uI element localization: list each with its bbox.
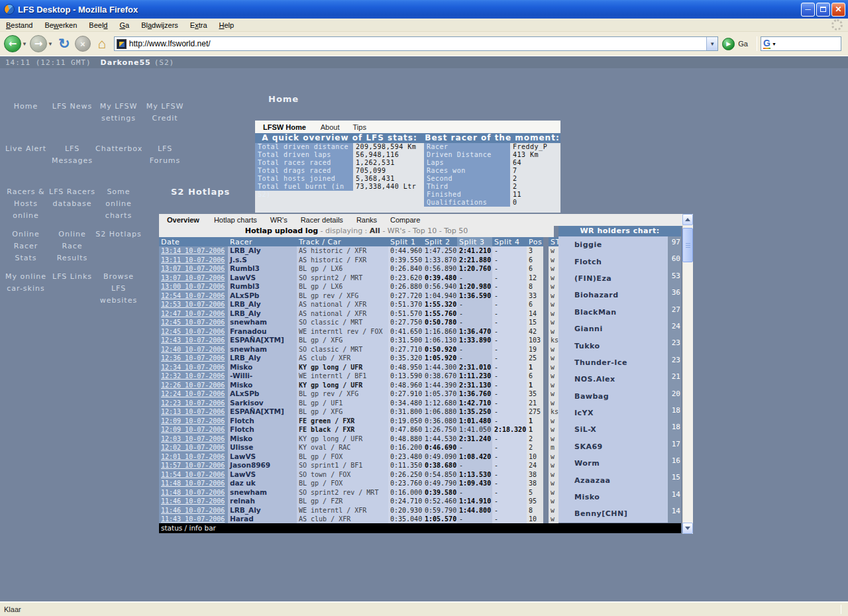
hotlap-date-link[interactable]: 11:54 10-07-2006 — [161, 471, 225, 478]
go-button[interactable]: ▶ — [722, 38, 735, 50]
hotlap-date-link[interactable]: 12:36 10-07-2006 — [161, 354, 225, 362]
hotlap-date-link[interactable]: 12:02 10-07-2006 — [161, 444, 225, 451]
hotlap-date-link[interactable]: 12:09 10-07-2006 — [161, 426, 225, 433]
sidebar-item-online-racer-stats[interactable]: Online Racer Stats — [3, 229, 49, 264]
column-header-split-3[interactable]: Split 3 — [457, 237, 492, 246]
sidebar-item-my-online-car-skins[interactable]: My online car-skins — [3, 271, 49, 307]
title-bar[interactable]: LFS Desktop - Mozilla Firefox ─ ✕ — [0, 0, 848, 19]
wr-holder-name[interactable]: NOS.Alex — [558, 375, 668, 384]
column-header-track-car[interactable]: Track / Car — [297, 237, 388, 246]
column-header-split-1[interactable]: Split 1 — [388, 237, 423, 246]
back-dropdown-caret-icon[interactable]: ▼ — [22, 41, 27, 47]
column-header-racer[interactable]: Racer — [228, 237, 297, 246]
wr-holder-name[interactable]: Worm — [558, 459, 668, 468]
hotlap-date-link[interactable]: 12:13 10-07-2006 — [161, 408, 225, 415]
wr-holder-name[interactable]: biggie — [558, 240, 668, 249]
column-header-pos[interactable]: Pos — [527, 237, 543, 246]
stop-button[interactable]: × — [75, 36, 91, 52]
wr-holder-name[interactable]: Misko — [558, 493, 668, 501]
hotlap-date-link[interactable]: 12:53 10-07-2006 — [161, 301, 225, 308]
menu-bewerken[interactable]: Bewerken — [38, 20, 83, 30]
menu-ga[interactable]: Ga — [113, 20, 135, 30]
sidebar-item-chatterbox[interactable]: Chatterbox — [95, 143, 142, 167]
hotlap-date-link[interactable]: 11:43 10-07-2006 — [161, 515, 225, 523]
search-input[interactable] — [776, 39, 841, 49]
url-bar[interactable]: ▼ — [114, 36, 718, 51]
scroll-down-button[interactable] — [682, 523, 693, 534]
wr-holder-name[interactable]: SiL-X — [558, 425, 668, 434]
sidebar-item-s2-hotlaps[interactable]: S2 Hotlaps — [95, 229, 142, 264]
sidebar-item-lfs-racers-database[interactable]: LFS Racers database — [49, 186, 95, 222]
menu-help[interactable]: Help — [213, 20, 240, 30]
hotlap-date-link[interactable]: 12:03 10-07-2006 — [161, 435, 225, 442]
hotlap-date-link[interactable]: 13:07 10-07-2006 — [161, 274, 225, 282]
hotlap-date-link[interactable]: 13:11 10-07-2006 — [161, 256, 225, 264]
tab-compare[interactable]: Compare — [384, 216, 427, 224]
filter-top-50[interactable]: Top 50 — [444, 227, 468, 235]
tab-about[interactable]: About — [314, 123, 346, 131]
filter-all[interactable]: All — [370, 227, 380, 235]
column-header-split-4[interactable]: Split 4 — [492, 237, 527, 246]
wr-holder-name[interactable]: BlackMan — [558, 308, 668, 317]
back-button[interactable]: ← — [4, 35, 21, 52]
search-engine-caret-icon[interactable]: ▼ — [772, 42, 776, 46]
hotlap-date-link[interactable]: 12:43 10-07-2006 — [161, 336, 225, 344]
tab-racer-details[interactable]: Racer details — [294, 216, 350, 224]
hotlap-date-link[interactable]: 12:09 10-07-2006 — [161, 417, 225, 425]
wr-holder-name[interactable]: Biohazard — [558, 291, 668, 299]
tab-lfsw-home[interactable]: LFSW Home — [255, 123, 314, 131]
tab-hotlap-charts[interactable]: Hotlap charts — [207, 216, 264, 224]
wr-holder-name[interactable]: Gianni — [558, 325, 668, 333]
tab-wr-s[interactable]: WR's — [264, 216, 294, 224]
hotlap-date-link[interactable]: 11:48 10-07-2006 — [161, 480, 225, 487]
restore-button[interactable] — [816, 3, 830, 17]
hotlap-date-link[interactable]: 12:40 10-07-2006 — [161, 346, 225, 353]
sidebar-item-lfs-links[interactable]: LFS Links — [49, 271, 95, 307]
wr-holder-name[interactable]: Flotch — [558, 258, 668, 266]
minimize-button[interactable]: ─ — [801, 3, 815, 17]
sidebar-item-home[interactable]: Home — [3, 101, 49, 125]
sidebar-item-online-race-results[interactable]: Online Race Results — [49, 229, 95, 264]
menu-beeld[interactable]: Beeld — [83, 20, 113, 30]
reload-button[interactable]: ↻ — [56, 36, 73, 52]
column-header-split-2[interactable]: Split 2 — [423, 237, 457, 246]
sidebar-item-lfs-messages[interactable]: LFS Messages — [49, 143, 95, 167]
hotlap-date-link[interactable]: 11:57 10-07-2006 — [161, 462, 225, 469]
wr-holder-name[interactable]: IcYX — [558, 409, 668, 417]
url-input[interactable] — [127, 39, 706, 48]
menu-bladwijzers[interactable]: Bladwijzers — [135, 20, 184, 30]
home-button[interactable]: ⌂ — [93, 36, 111, 52]
forward-dropdown-caret-icon[interactable]: ▼ — [48, 41, 53, 47]
sidebar-item-lfs-forums[interactable]: LFS Forums — [142, 143, 188, 167]
column-header-st[interactable]: ST — [549, 237, 558, 246]
tab-tips[interactable]: Tips — [346, 123, 373, 131]
wr-holder-name[interactable]: Bawbag — [558, 392, 668, 401]
sidebar-item-live-alert[interactable]: Live Alert — [3, 143, 49, 167]
sidebar-item-browse-lfs-websites[interactable]: Browse LFS websites — [95, 271, 142, 307]
tab-overview[interactable]: Overview — [159, 216, 207, 224]
close-button[interactable]: ✕ — [831, 3, 845, 17]
hotlap-date-link[interactable]: 11:46 10-07-2006 — [161, 497, 225, 505]
sidebar-item-some-online-charts[interactable]: Some online charts — [95, 186, 142, 222]
sidebar-item-my-lfsw-credit[interactable]: My LFSW Credit — [142, 101, 188, 125]
hotlap-date-link[interactable]: 12:34 10-07-2006 — [161, 364, 225, 371]
wr-holder-name[interactable]: (FIN)Eza — [558, 274, 668, 283]
hotlap-date-link[interactable]: 12:01 10-07-2006 — [161, 453, 225, 460]
inner-scrollbar[interactable] — [682, 214, 693, 534]
sidebar-item-racers-hosts-online[interactable]: Racers & Hosts online — [3, 186, 49, 222]
wr-holder-name[interactable]: Azaazaa — [558, 476, 668, 485]
sidebar-item-my-lfsw-settings[interactable]: My LFSW settings — [95, 101, 142, 125]
scrollbar-thumb[interactable] — [682, 228, 693, 262]
filter-top-10[interactable]: Top 10 — [413, 227, 437, 235]
hotlap-date-link[interactable]: 12:32 10-07-2006 — [161, 372, 225, 380]
search-box[interactable]: G ▼ — [761, 36, 841, 51]
wr-holder-name[interactable]: SKA69 — [558, 442, 668, 451]
menu-extra[interactable]: Extra — [184, 20, 213, 30]
hotlap-date-link[interactable]: 13:14 10-07-2006 — [161, 247, 225, 254]
hotlap-date-link[interactable]: 11:46 10-07-2006 — [161, 507, 225, 514]
wr-holder-name[interactable]: Benny[CHN] — [558, 509, 668, 518]
hotlap-date-link[interactable]: 12:23 10-07-2006 — [161, 399, 225, 407]
hotlap-date-link[interactable]: 13:07 10-07-2006 — [161, 265, 225, 272]
forward-button[interactable]: → — [30, 35, 47, 52]
scroll-up-button[interactable] — [682, 214, 693, 225]
